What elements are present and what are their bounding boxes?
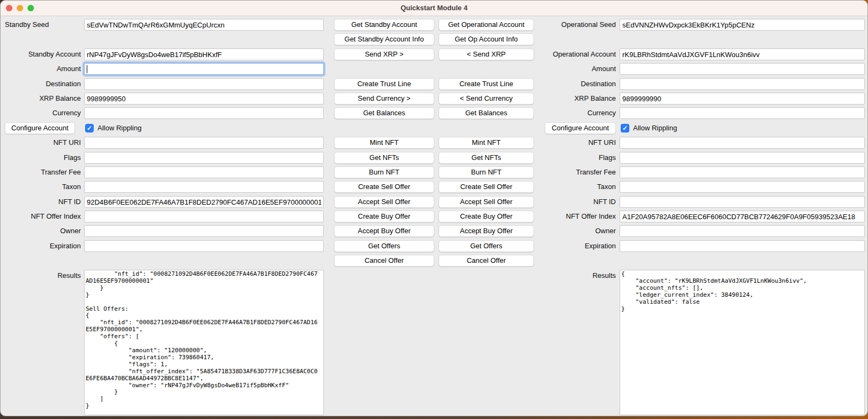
operational-nft-uri-input[interactable] <box>620 137 865 149</box>
standby-create-sell-offer-button[interactable]: Create Sell Offer <box>334 181 434 193</box>
standby-expiration-label: Expiration <box>1 240 81 252</box>
standby-xrp-balance-input[interactable] <box>84 93 324 104</box>
standby-mint-nft-button[interactable]: Mint NFT <box>334 137 434 149</box>
operational-nft-offer-index-input[interactable] <box>620 211 865 222</box>
operational-transfer-fee-label: Transfer Fee <box>518 166 616 178</box>
operational-xrp-balance-label: XRP Balance <box>518 93 616 104</box>
operational-results-text: { "account": "rK9LBRhStdmtAaVdJXGVF1LnKW… <box>620 270 864 313</box>
checkmark-icon: ✓ <box>622 124 628 132</box>
operational-nft-uri-label: NFT URI <box>518 137 616 149</box>
operational-allow-rippling-checkbox[interactable]: ✓ <box>621 124 629 132</box>
get-standby-account-info-button[interactable]: Get Standby Account Info <box>334 33 434 45</box>
standby-amount-label: Amount <box>1 63 81 75</box>
standby-create-trust-line-button[interactable]: Create Trust Line <box>334 78 434 90</box>
standby-taxon-label: Taxon <box>1 181 81 193</box>
operational-taxon-input[interactable] <box>620 181 865 193</box>
operational-account-label: Operational Account <box>518 48 616 60</box>
operational-owner-label: Owner <box>518 225 616 237</box>
standby-amount-input[interactable] <box>84 63 324 75</box>
standby-taxon-input[interactable] <box>84 181 324 193</box>
standby-send-xrp-button[interactable]: Send XRP > <box>334 48 434 60</box>
standby-send-currency-button[interactable]: Send Currency > <box>334 93 434 104</box>
close-button[interactable] <box>6 5 12 11</box>
operational-xrp-balance-input[interactable] <box>620 93 865 104</box>
app-window: Quickstart Module 4 Standby Seed Standby… <box>0 0 868 416</box>
operational-results-output[interactable]: { "account": "rK9LBRhStdmtAaVdJXGVF1LnKW… <box>620 270 865 415</box>
standby-nft-id-label: NFT ID <box>1 196 81 208</box>
standby-owner-input[interactable] <box>84 225 324 237</box>
operational-nft-id-label: NFT ID <box>518 196 616 208</box>
standby-get-nfts-button[interactable]: Get NFTs <box>334 152 434 164</box>
operational-expiration-input[interactable] <box>620 240 865 252</box>
standby-destination-label: Destination <box>1 78 81 90</box>
standby-burn-nft-button[interactable]: Burn NFT <box>334 166 434 178</box>
operational-flags-label: Flags <box>518 152 616 164</box>
standby-transfer-fee-label: Transfer Fee <box>1 166 81 178</box>
operational-expiration-label: Expiration <box>518 240 616 252</box>
operational-flags-input[interactable] <box>620 152 865 164</box>
standby-cancel-offer-button[interactable]: Cancel Offer <box>334 255 434 267</box>
operational-destination-label: Destination <box>518 78 616 90</box>
checkmark-icon: ✓ <box>87 124 92 132</box>
standby-get-offers-button[interactable]: Get Offers <box>334 240 434 252</box>
standby-expiration-input[interactable] <box>84 240 324 252</box>
operational-cancel-offer-button[interactable]: Cancel Offer <box>439 255 534 267</box>
minimize-button[interactable] <box>17 5 23 11</box>
standby-currency-label: Currency <box>1 107 81 119</box>
operational-account-input[interactable] <box>620 48 865 60</box>
standby-account-input[interactable] <box>84 48 324 60</box>
operational-owner-input[interactable] <box>620 225 865 237</box>
standby-xrp-balance-label: XRP Balance <box>1 93 81 104</box>
zoom-button[interactable] <box>27 5 34 11</box>
standby-create-buy-offer-button[interactable]: Create Buy Offer <box>334 211 434 222</box>
operational-destination-input[interactable] <box>620 78 865 90</box>
standby-configure-account-button[interactable]: Configure Account <box>5 122 75 134</box>
standby-results-output[interactable]: "nft_id": "0008271092D4B6F0EE062DE7FA46A… <box>84 270 324 415</box>
operational-seed-input[interactable] <box>620 19 865 31</box>
standby-owner-label: Owner <box>1 225 81 237</box>
standby-flags-label: Flags <box>1 152 81 164</box>
get-standby-account-button[interactable]: Get Standby Account <box>334 19 434 31</box>
operational-transfer-fee-input[interactable] <box>620 166 865 178</box>
title-bar: Quickstart Module 4 <box>1 1 867 16</box>
operational-currency-input[interactable] <box>620 107 865 119</box>
standby-nft-uri-input[interactable] <box>84 137 324 149</box>
standby-seed-label: Standby Seed <box>5 19 49 31</box>
standby-allow-rippling-checkbox[interactable]: ✓ <box>85 124 94 132</box>
window-controls <box>6 5 34 11</box>
operational-results-label: Results <box>518 270 616 282</box>
standby-allow-rippling-label: Allow Rippling <box>98 122 142 134</box>
operational-allow-rippling-label: Allow Rippling <box>633 122 677 134</box>
standby-flags-input[interactable] <box>84 152 324 164</box>
standby-results-text: "nft_id": "0008271092D4B6F0EE062DE7FA46A… <box>85 270 323 410</box>
operational-seed-label: Operational Seed <box>518 19 616 31</box>
operational-taxon-label: Taxon <box>518 181 616 193</box>
text-cursor <box>87 65 87 73</box>
operational-nft-offer-index-label: NFT Offer Index <box>518 211 616 222</box>
standby-get-balances-button[interactable]: Get Balances <box>334 107 434 119</box>
standby-nft-offer-index-input[interactable] <box>84 211 324 222</box>
get-op-account-info-button[interactable]: Get Op Account Info <box>439 33 534 45</box>
standby-accept-buy-offer-button[interactable]: Accept Buy Offer <box>334 225 434 237</box>
standby-accept-sell-offer-button[interactable]: Accept Sell Offer <box>334 196 434 208</box>
standby-nft-id-input[interactable] <box>84 196 324 208</box>
standby-seed-input[interactable] <box>84 19 324 31</box>
standby-destination-input[interactable] <box>84 78 324 90</box>
standby-nft-offer-index-label: NFT Offer Index <box>1 211 81 222</box>
operational-nft-id-input[interactable] <box>620 196 865 208</box>
standby-nft-uri-label: NFT URI <box>1 137 81 149</box>
window-title: Quickstart Module 4 <box>1 1 867 16</box>
standby-results-label: Results <box>1 270 81 282</box>
operational-currency-label: Currency <box>518 107 616 119</box>
standby-transfer-fee-input[interactable] <box>84 166 324 178</box>
operational-configure-account-button[interactable]: Configure Account <box>545 122 616 134</box>
operational-amount-input[interactable] <box>620 63 865 75</box>
operational-amount-label: Amount <box>518 63 616 75</box>
standby-currency-input[interactable] <box>84 107 324 119</box>
standby-account-label: Standby Account <box>1 48 81 60</box>
